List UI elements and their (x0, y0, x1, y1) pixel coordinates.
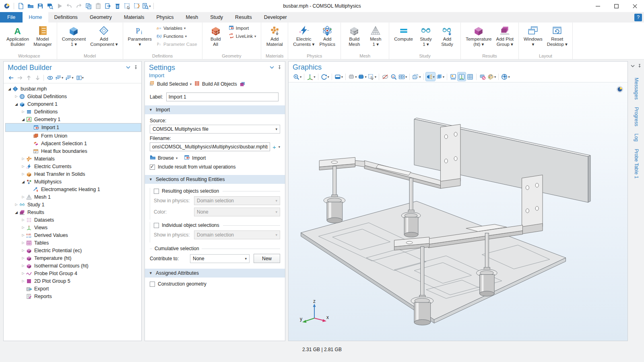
redo-icon[interactable] (74, 2, 83, 10)
g-hide-icon[interactable] (381, 72, 389, 81)
comsol-spark-icon[interactable] (616, 86, 623, 93)
windows-button[interactable]: Windows▾ (522, 24, 545, 48)
tree-item-derived-values[interactable]: ▷8.85e-12Derived Values (5, 231, 141, 239)
file-dropdown-icon[interactable]: ▾ (279, 145, 280, 149)
tab-file[interactable]: File (0, 12, 23, 23)
new-icon[interactable] (17, 2, 25, 10)
mb-collapse-dd-icon[interactable]: ▾ (55, 74, 64, 82)
duplicate-icon[interactable] (103, 2, 112, 10)
panel-menu-icon[interactable] (631, 64, 635, 69)
paste-icon[interactable] (94, 2, 103, 10)
tab-materials[interactable]: Materials (118, 12, 151, 23)
temperature-ht-button[interactable]: Temperature(ht) ▾ (464, 24, 494, 48)
add-plot-group-button[interactable]: Add PlotGroup ▾ (494, 24, 516, 48)
tree-item-heat-flux-boundaries[interactable]: Heat flux boundaries (5, 147, 141, 155)
tree-item-tables[interactable]: ▷Tables (5, 239, 141, 247)
component-1-button[interactable]: Component1 ▾ (60, 24, 88, 48)
model-manager-button[interactable]: ModelManager (31, 24, 54, 48)
tab-geometry[interactable]: Geometry (84, 12, 118, 23)
tree-item-busbar-mph[interactable]: ◢busbar.mph (5, 85, 141, 93)
tree-item-datasets[interactable]: ▷Datasets (5, 216, 141, 224)
help-button[interactable]: ? (634, 14, 642, 21)
tab-results[interactable]: Results (229, 12, 258, 23)
close-button[interactable] (625, 0, 644, 12)
find-icon[interactable]: ▾ (142, 2, 151, 10)
tree-item-electric-potential-ec-[interactable]: ▷Electric Potential (ec) (5, 247, 141, 254)
g-light-icon[interactable]: ▾ (426, 72, 435, 81)
tree-item-study-1[interactable]: ▷Study 1 (5, 201, 141, 208)
tree-item-form-union[interactable]: Form Union (5, 132, 141, 140)
tree-item-mesh-1[interactable]: ▷Mesh 1 (5, 193, 141, 201)
tree-item-global-definitions[interactable]: ▷Global Definitions (5, 93, 141, 100)
compute-button[interactable]: Compute (392, 24, 415, 43)
tree-item-import-1[interactable]: Import 1 (5, 123, 141, 132)
save-find-icon[interactable] (45, 2, 54, 10)
pin-icon[interactable] (134, 65, 138, 71)
tree-item-reports[interactable]: Reports (5, 292, 141, 300)
side-tab-messages[interactable]: Messages (633, 74, 640, 103)
tree-item-export[interactable]: Export (5, 285, 141, 292)
build-all-button[interactable]: BuildAll (205, 24, 226, 48)
tab-mesh[interactable]: Mesh (180, 12, 204, 23)
mb-show-icon[interactable] (46, 74, 54, 82)
g-zoom-icon[interactable]: ▾ (293, 72, 302, 81)
clear-selection-icon[interactable] (132, 2, 141, 10)
tab-definitions[interactable]: Definitions (48, 12, 84, 23)
tree-item-isothermal-contours-ht-[interactable]: ▷Isothermal Contours (ht) (5, 262, 141, 269)
settings-windows-icon[interactable] (239, 81, 246, 87)
g-nocolor-icon[interactable] (479, 72, 487, 81)
g-snap-icon[interactable]: ▾ (501, 72, 510, 81)
g-grid-icon[interactable] (466, 72, 474, 81)
tab-home[interactable]: Home (23, 12, 48, 23)
add-study-button[interactable]: AddStudy (437, 24, 458, 48)
pin-icon[interactable] (277, 65, 282, 71)
section-selections[interactable]: ▼Selections of Resulting Entities (145, 175, 285, 184)
minimize-button[interactable] (588, 0, 607, 12)
variables-button[interactable]: a=Variables▾ (155, 25, 198, 31)
tab-developer[interactable]: Developer (258, 12, 293, 23)
section-assigned-attributes[interactable]: ▼Assigned Attributes (145, 269, 285, 278)
parameters-button[interactable]: Pi Parameters▾ (126, 24, 154, 48)
tree-item-electromagnetic-heating-1[interactable]: Electromagnetic Heating 1 (5, 185, 141, 193)
g-eyebox-icon[interactable]: ▾ (398, 72, 407, 81)
mb-back-icon[interactable] (7, 74, 15, 82)
open-icon[interactable] (26, 2, 35, 10)
g-rotate-icon[interactable]: ▾ (320, 72, 330, 81)
pin-icon[interactable] (638, 64, 642, 69)
tree-item-2d-plot-group-5[interactable]: ▷2D Plot Group 5 (5, 277, 141, 285)
delete-icon[interactable] (113, 2, 122, 10)
tree-item-multiphysics[interactable]: ◢Multiphysics (5, 178, 141, 185)
tree-item-geometry-1[interactable]: ◢AGeometry 1 (5, 115, 141, 123)
panel-menu-icon[interactable] (126, 65, 130, 71)
add-material-button[interactable]: AddMaterial (264, 24, 285, 48)
mb-forward-icon[interactable] (16, 74, 24, 82)
mb-columns-dd-icon[interactable]: ▾ (75, 74, 85, 82)
livelink-button[interactable]: LiveLink▾ (227, 33, 257, 39)
side-tab-progress[interactable]: Progress (633, 103, 640, 130)
g-transp-icon[interactable]: ▾ (436, 72, 445, 81)
tree-item-electric-currents[interactable]: ▷+Electric Currents (5, 162, 141, 170)
application-builder-button[interactable]: A ApplicationBuilder (4, 24, 31, 48)
tree-item-component-1[interactable]: ◢Component 1 (5, 100, 141, 108)
include-virtual-checkbox[interactable] (150, 165, 155, 170)
copy-icon[interactable] (84, 2, 93, 10)
g-wirecube-icon[interactable]: ▾ (412, 72, 421, 81)
g-selectbox-icon[interactable]: ▾ (367, 72, 377, 81)
add-physics-button[interactable]: AddPhysics (317, 24, 338, 48)
import-button[interactable]: Import (184, 154, 206, 162)
tab-physics[interactable]: Physics (150, 12, 180, 23)
browse-button[interactable]: Browse▾ (150, 154, 178, 162)
panel-menu-icon[interactable] (270, 65, 274, 71)
functions-button[interactable]: f(x)Functions▾ (155, 33, 198, 39)
undo-icon[interactable] (65, 2, 74, 10)
section-import[interactable]: ▼Import (145, 105, 285, 114)
mesh-1-button[interactable]: Mesh1 ▾ (365, 24, 386, 48)
mb-expand-dd-icon[interactable]: ▾ (65, 74, 74, 82)
build-all-objects-button[interactable]: Build All Objects (194, 80, 237, 88)
g-img2-icon[interactable]: ▾ (357, 72, 367, 81)
tree-item-views[interactable]: ▷Views (5, 224, 141, 231)
g-view-icon[interactable]: ▾ (334, 72, 343, 81)
g-triad-icon[interactable]: ▾ (306, 72, 316, 81)
tree-item-heat-transfer-in-solids[interactable]: ▷Heat Transfer in Solids (5, 170, 141, 178)
mb-up-icon[interactable] (25, 74, 33, 82)
